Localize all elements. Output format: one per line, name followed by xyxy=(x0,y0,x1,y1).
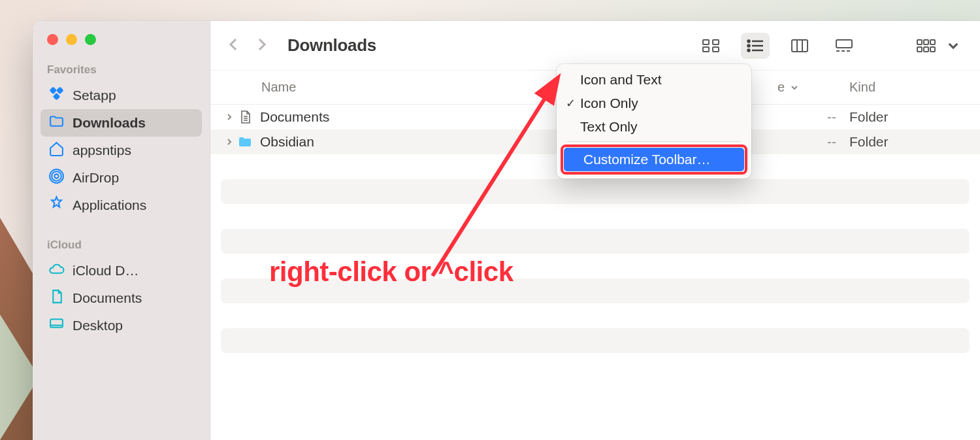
sidebar-item-label: Downloads xyxy=(73,115,146,131)
disclosure-triangle[interactable] xyxy=(223,139,235,145)
sidebar-item-label: iCloud D… xyxy=(73,263,139,279)
main-content: Downloads xyxy=(210,21,980,440)
sidebar-item-label: Applications xyxy=(73,197,146,213)
view-icons-button[interactable] xyxy=(696,33,725,59)
document-icon xyxy=(235,109,255,125)
annotation-highlight: Customize Toolbar… xyxy=(561,144,747,175)
close-button[interactable] xyxy=(47,34,58,45)
menu-item-label: Text Only xyxy=(580,119,638,135)
column-kind[interactable]: Kind xyxy=(836,80,960,95)
sidebar-item-appsntips[interactable]: appsntips xyxy=(41,137,202,164)
svg-point-3 xyxy=(54,174,58,178)
svg-rect-9 xyxy=(703,47,709,52)
svg-point-4 xyxy=(52,171,61,181)
sidebar-item-icloud-desktop[interactable]: Desktop xyxy=(41,312,202,339)
svg-rect-20 xyxy=(836,40,852,48)
setapp-icon xyxy=(48,86,65,105)
svg-rect-7 xyxy=(703,40,709,44)
menu-item-customize-toolbar[interactable]: Customize Toolbar… xyxy=(561,144,747,175)
cloud-icon xyxy=(48,261,65,280)
svg-rect-28 xyxy=(924,47,928,52)
page-title: Downloads xyxy=(287,35,376,56)
minimize-button[interactable] xyxy=(66,34,77,45)
svg-rect-8 xyxy=(713,40,719,44)
svg-rect-2 xyxy=(53,93,61,101)
menu-item-icon-only[interactable]: Icon Only xyxy=(561,92,747,115)
svg-rect-24 xyxy=(917,40,922,44)
view-columns-button[interactable] xyxy=(785,33,814,59)
file-size: -- xyxy=(777,109,836,125)
sidebar-item-label: appsntips xyxy=(73,143,131,158)
group-by-button[interactable] xyxy=(916,39,964,53)
column-size[interactable]: e xyxy=(777,80,836,95)
view-list-button[interactable] xyxy=(741,33,770,59)
sidebar-item-label: Documents xyxy=(73,290,142,306)
file-size: -- xyxy=(777,134,836,150)
toolbar-context-menu: Icon and Text Icon Only Text Only Custom… xyxy=(557,64,751,178)
svg-rect-1 xyxy=(56,86,64,94)
menu-separator xyxy=(567,141,741,142)
sidebar-section-favorites: Favorites xyxy=(33,63,210,82)
menu-item-text-only[interactable]: Text Only xyxy=(561,115,747,139)
folder-icon xyxy=(48,113,65,133)
folder-icon xyxy=(235,134,255,150)
forward-button[interactable] xyxy=(253,37,269,55)
svg-rect-25 xyxy=(924,40,928,44)
sidebar-item-label: AirDrop xyxy=(73,170,119,186)
svg-rect-10 xyxy=(713,47,719,52)
file-kind: Folder xyxy=(836,109,960,125)
menu-item-label: Icon and Text xyxy=(580,72,662,88)
view-gallery-button[interactable] xyxy=(830,33,858,59)
sidebar-section-icloud: iCloud xyxy=(33,239,210,257)
sidebar-item-setapp[interactable]: Setapp xyxy=(41,82,202,109)
zoom-button[interactable] xyxy=(85,34,96,45)
home-icon xyxy=(48,141,65,160)
sidebar-item-downloads[interactable]: Downloads xyxy=(41,109,202,137)
svg-point-11 xyxy=(748,40,750,42)
applications-icon xyxy=(48,195,65,215)
disclosure-triangle[interactable] xyxy=(223,114,235,120)
document-icon xyxy=(48,288,65,308)
sidebar-item-label: Setapp xyxy=(73,88,116,103)
svg-rect-0 xyxy=(49,86,57,94)
window-controls xyxy=(33,34,210,63)
svg-point-13 xyxy=(748,44,750,46)
svg-rect-17 xyxy=(792,40,808,52)
menu-item-label: Customize Toolbar… xyxy=(583,152,711,167)
chevron-down-icon xyxy=(790,83,799,92)
file-kind: Folder xyxy=(836,134,960,150)
svg-point-15 xyxy=(748,49,750,51)
svg-rect-26 xyxy=(930,40,935,44)
desktop-icon xyxy=(48,316,65,335)
sidebar-item-airdrop[interactable]: AirDrop xyxy=(41,164,202,192)
finder-window: Favorites Setapp Downloads appsntips xyxy=(33,21,980,440)
sidebar: Favorites Setapp Downloads appsntips xyxy=(33,21,210,440)
menu-item-label: Icon Only xyxy=(580,95,638,111)
menu-item-icon-and-text[interactable]: Icon and Text xyxy=(561,68,747,92)
sidebar-item-icloud-drive[interactable]: iCloud D… xyxy=(41,257,202,284)
sidebar-item-icloud-documents[interactable]: Documents xyxy=(41,284,202,312)
toolbar: Downloads xyxy=(210,21,980,71)
svg-rect-27 xyxy=(917,47,922,52)
sidebar-item-label: Desktop xyxy=(73,318,123,333)
sidebar-item-applications[interactable]: Applications xyxy=(41,192,202,219)
svg-rect-6 xyxy=(50,319,63,328)
annotation-text: right-click or ^click xyxy=(269,256,514,288)
back-button[interactable] xyxy=(226,37,242,55)
airdrop-icon xyxy=(48,168,65,188)
svg-rect-29 xyxy=(930,47,935,52)
